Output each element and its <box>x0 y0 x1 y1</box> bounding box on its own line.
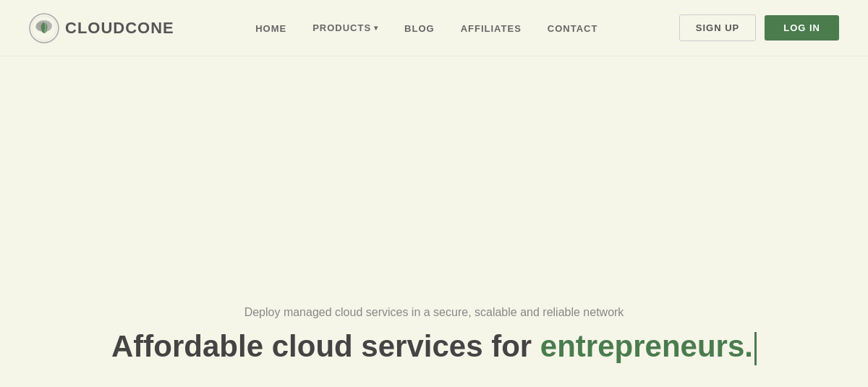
hero-subtitle: Deploy managed cloud services in a secur… <box>244 306 624 319</box>
brand-name: CLOUDCONE <box>65 19 174 38</box>
navbar: CLOUDCONE HOME PRODUCTS ▾ BLOG AFFILIATE… <box>0 0 868 56</box>
nav-item-contact[interactable]: CONTACT <box>548 22 598 35</box>
cursor-icon <box>754 332 757 365</box>
logo-icon <box>29 13 59 43</box>
nav-item-home[interactable]: HOME <box>255 22 286 35</box>
nav-item-products[interactable]: PRODUCTS ▾ <box>312 22 378 33</box>
nav-item-blog[interactable]: BLOG <box>404 22 435 35</box>
hero-section: Deploy managed cloud services in a secur… <box>0 56 868 387</box>
nav-item-affiliates[interactable]: AFFILIATES <box>461 22 522 35</box>
hero-title-prefix: Affordable cloud services for <box>111 329 540 363</box>
nav-link-blog[interactable]: BLOG <box>404 23 435 34</box>
nav-links: HOME PRODUCTS ▾ BLOG AFFILIATES CONTACT <box>255 22 597 35</box>
hero-title-highlight: entrepreneurs. <box>540 329 753 363</box>
login-button[interactable]: LOG IN <box>765 15 839 41</box>
nav-link-contact[interactable]: CONTACT <box>548 23 598 34</box>
nav-buttons: SIGN UP LOG IN <box>679 14 839 41</box>
nav-link-home[interactable]: HOME <box>255 23 286 34</box>
nav-link-products[interactable]: PRODUCTS ▾ <box>312 22 378 33</box>
signup-button[interactable]: SIGN UP <box>679 14 756 41</box>
hero-title: Affordable cloud services for entreprene… <box>111 329 757 365</box>
logo-link[interactable]: CLOUDCONE <box>29 13 174 43</box>
nav-link-affiliates[interactable]: AFFILIATES <box>461 23 522 34</box>
chevron-down-icon: ▾ <box>374 24 378 32</box>
